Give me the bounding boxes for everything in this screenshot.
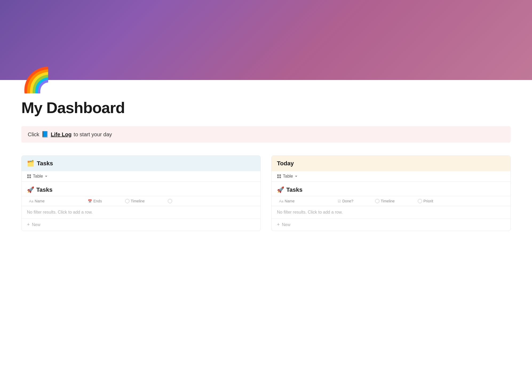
table-view-icon bbox=[27, 174, 31, 178]
tasks-header-title: Tasks bbox=[37, 160, 53, 167]
tasks-view-selector[interactable]: Table bbox=[22, 171, 260, 182]
tasks-col-name: Aa Name bbox=[27, 198, 86, 204]
tasks-header-emoji: 🗂️ bbox=[27, 160, 34, 167]
today-col-name: Aa Name bbox=[277, 198, 336, 204]
tasks-col-ends: 📅 Ends bbox=[86, 198, 123, 204]
tasks-db-emoji: 🚀 bbox=[27, 186, 34, 193]
callout-link-icon: 📘 bbox=[41, 131, 49, 138]
tasks-columns-header: Aa Name 📅 Ends Timeline bbox=[22, 196, 260, 206]
today-new-row[interactable]: + New bbox=[272, 219, 510, 231]
callout-link[interactable]: Life Log bbox=[51, 131, 72, 138]
today-db-title: Tasks bbox=[286, 186, 303, 193]
callout-block: Click 📘 Life Log to start your day bbox=[21, 126, 511, 143]
svg-rect-7 bbox=[279, 177, 281, 178]
tasks-no-results[interactable]: No filter results. Click to add a row. bbox=[22, 206, 260, 219]
databases-row: 🗂️ Tasks Table 🚀 Tasks Aa bbox=[21, 155, 511, 231]
page-icon: 🌈 bbox=[21, 68, 51, 92]
page-content: My Dashboard Click 📘 Life Log to start y… bbox=[0, 80, 532, 247]
svg-rect-1 bbox=[29, 174, 31, 176]
today-plus-icon: + bbox=[277, 222, 280, 227]
today-view-label: Table bbox=[283, 174, 293, 179]
today-timeline-icon bbox=[375, 199, 379, 203]
tasks-view-label: Table bbox=[33, 174, 43, 179]
today-col-done: ☑ Done? bbox=[336, 198, 373, 204]
tasks-extra-icon bbox=[168, 199, 172, 203]
tasks-col-extra bbox=[166, 198, 176, 204]
svg-rect-6 bbox=[277, 177, 279, 178]
tasks-db-title-row: 🚀 Tasks bbox=[22, 182, 260, 196]
tasks-new-row[interactable]: + New bbox=[22, 219, 260, 231]
tasks-timeline-icon bbox=[125, 199, 129, 203]
today-priority-icon bbox=[418, 199, 422, 203]
today-col-priority: Priorit bbox=[416, 198, 450, 204]
today-columns-header: Aa Name ☑ Done? Timeline Priorit bbox=[272, 196, 510, 206]
today-db-emoji: 🚀 bbox=[277, 186, 284, 193]
today-new-label: New bbox=[282, 222, 291, 227]
today-col-timeline: Timeline bbox=[373, 198, 416, 204]
callout-text-before: Click bbox=[28, 131, 39, 138]
tasks-col-timeline: Timeline bbox=[123, 198, 166, 204]
callout-text-after: to start your day bbox=[74, 131, 112, 138]
tasks-db-title: Tasks bbox=[36, 186, 53, 193]
tasks-plus-icon: + bbox=[27, 222, 30, 227]
today-view-chevron bbox=[295, 176, 297, 177]
tasks-view-chevron bbox=[45, 176, 47, 177]
today-view-selector[interactable]: Table bbox=[272, 171, 510, 182]
tasks-database-block: 🗂️ Tasks Table 🚀 Tasks Aa bbox=[21, 155, 261, 231]
tasks-database-header: 🗂️ Tasks bbox=[22, 156, 260, 171]
svg-rect-2 bbox=[27, 177, 29, 178]
page-title: My Dashboard bbox=[21, 99, 511, 117]
svg-rect-5 bbox=[279, 174, 281, 176]
today-database-block: Today Table 🚀 Tasks Aa Name bbox=[271, 155, 511, 231]
today-db-title-row: 🚀 Tasks bbox=[272, 182, 510, 196]
cover-image: 🌈 bbox=[0, 0, 532, 80]
today-no-results[interactable]: No filter results. Click to add a row. bbox=[272, 206, 510, 219]
today-database-header: Today bbox=[272, 156, 510, 171]
svg-rect-0 bbox=[27, 174, 29, 176]
tasks-new-label: New bbox=[32, 222, 41, 227]
svg-rect-3 bbox=[29, 177, 31, 178]
today-table-view-icon bbox=[277, 174, 281, 178]
svg-rect-4 bbox=[277, 174, 279, 176]
today-header-title: Today bbox=[277, 160, 294, 167]
